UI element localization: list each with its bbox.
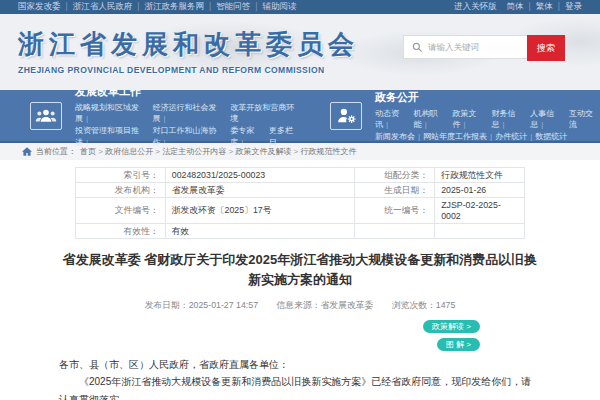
search-box: 搜索 (403, 35, 565, 59)
nav-link-annual-report[interactable]: 网站年度工作报表 (423, 131, 495, 143)
table-row: 索引号： 002482031/2025-00023 组配分类： 行政规范性文件 (76, 168, 525, 183)
article-paragraph: 《2025年浙江省推动大规模设备更新和消费品以旧换新实施方案》已经省政府同意，现… (59, 373, 541, 400)
link-simplified[interactable]: 简体 (507, 1, 536, 13)
nav-link-news[interactable]: 动态资讯 (375, 108, 414, 131)
nav-link-personnel-info[interactable]: 人事信息 (530, 108, 569, 131)
table-row: 有效性： 有效 (76, 224, 525, 239)
crumb-statutory-disclosure[interactable]: 法定主动公开内容 (162, 147, 235, 156)
meta-value-validity: 有效 (165, 224, 355, 239)
meta-label-agency: 发布机构： (76, 183, 166, 198)
info-source: 信息来源：省发展改革委 (277, 300, 374, 310)
meta-label-unified-number: 统一编号： (355, 198, 435, 224)
nav-link-press-conference[interactable]: 新闻发布会 (375, 131, 423, 143)
policy-interpretation-button[interactable]: 政策解读 > (423, 320, 480, 333)
nav-link-counterpart-work[interactable]: 对口工作和山海协作 (153, 125, 231, 148)
article-body: 各市、县（市、区）人民政府，省政府直属各单位： 《2025年浙江省推动大规模设备… (59, 356, 541, 400)
nav-link-case-statistics[interactable]: 办件统计 (495, 131, 535, 143)
table-row: 文件编号： 浙发改环资〔2025〕17号 统一编号： ZJSP-02-2025-… (76, 198, 525, 224)
meta-label-docnumber: 文件编号： (76, 198, 166, 224)
nav-section-gov-disclosure[interactable]: 政务公开 动态资讯 机构职能 政策文件 财务信息 人事信息 互动交流 新闻发布会… (300, 90, 600, 141)
search-button[interactable]: 搜索 (527, 35, 565, 61)
meta-label-category: 组配分类： (355, 168, 435, 183)
nav-title-gov-disclosure: 政务公开 (375, 90, 600, 105)
meta-label-index: 索引号： (76, 168, 166, 183)
person-gear-icon (330, 102, 362, 130)
nav-link-interaction[interactable]: 互动交流 (569, 108, 600, 131)
related-actions: 政策解读 > 图 解 > (0, 320, 600, 351)
link-traditional[interactable]: 繁体 (536, 1, 565, 13)
breadcrumb-prefix: 当前位置： (36, 146, 76, 157)
meta-label-date: 生成日期： (355, 183, 435, 198)
nav-link-reform-opening[interactable]: 改革开放和营商环境 (230, 102, 300, 125)
search-input[interactable] (428, 36, 528, 58)
article-info-line: 发布日期：2025-01-27 14:57 信息来源：省发展改革委 浏览次数：1… (0, 300, 600, 312)
site-subtitle: ZHEJIANG PROVINCIAL DEVELOPMENT AND REFO… (18, 65, 600, 75)
meta-value-agency: 省发展改革委 (165, 183, 355, 198)
topbar-left-links: 国家发改委 浙江省人民政府 浙江政务服务网 智能问答 辅助阅读 (18, 1, 296, 13)
meta-value-date: 2025-01-26 (435, 183, 525, 198)
meta-value-category: 行政规范性文件 (435, 168, 525, 183)
crumb-policy-docs[interactable]: 政策文件及解读 (235, 147, 300, 156)
nav-link-more-columns[interactable]: 更多栏目 (269, 125, 300, 148)
table-row: 发布机构： 省发展改革委 生成日期： 2025-01-26 (76, 183, 525, 198)
people-group-icon (30, 102, 62, 130)
home-icon (22, 147, 32, 156)
nav-link-financial-info[interactable]: 财务信息 (491, 108, 530, 131)
document-meta-table: 索引号： 002482031/2025-00023 组配分类： 行政规范性文件 … (75, 167, 525, 239)
site-banner: 浙江省发展和改革委员会 ZHEJIANG PROVINCIAL DEVELOPM… (0, 14, 600, 90)
link-zhejiang-service[interactable]: 浙江政务服务网 (144, 1, 216, 13)
search-icon (404, 36, 428, 58)
nav-link-data-statistics[interactable]: 数据统计 (535, 131, 567, 143)
meta-label-validity: 有效性： (76, 224, 166, 239)
crumb-gov-info[interactable]: 政府信息公开 (105, 147, 162, 156)
article-paragraph: 各市、县（市、区）人民政府，省政府直属各单位： (59, 356, 541, 373)
link-assist-reading[interactable]: 辅助阅读 (262, 1, 296, 13)
meta-value-unified-number: ZJSP-02-2025-0002 (435, 198, 525, 224)
link-care-version[interactable]: 进入关怀版 (454, 1, 497, 13)
nav-link-org-functions[interactable]: 机构职能 (414, 108, 453, 131)
top-utility-bar: 国家发改委 浙江省人民政府 浙江政务服务网 智能问答 辅助阅读 进入关怀版 简体… (0, 0, 600, 14)
link-login[interactable]: 登录 (565, 1, 582, 13)
nav-link-strategic-planning[interactable]: 战略规划和区域发展 (75, 102, 153, 125)
crumb-normative-docs[interactable]: 行政规范性文件 (301, 147, 357, 156)
graphic-interpretation-button[interactable]: 图 解 > (437, 338, 480, 351)
publish-date: 发布日期：2025-01-27 14:57 (145, 300, 258, 310)
crumb-home[interactable]: 首页 (80, 147, 105, 156)
breadcrumb: 当前位置：首页政府信息公开法定主动公开内容政策文件及解读行政规范性文件 (0, 143, 600, 160)
link-national-ndrc[interactable]: 国家发改委 (18, 1, 73, 13)
nav-link-economic-operation[interactable]: 经济运行和社会发展 (153, 102, 231, 125)
link-zhejiang-gov[interactable]: 浙江省人民政府 (73, 1, 145, 13)
page-title: 省发展改革委 省财政厅关于印发2025年浙江省推动大规模设备更新和消费品以旧换新… (60, 250, 540, 290)
nav-link-investment-management[interactable]: 投资管理和项目推进 (75, 125, 153, 148)
nav-link-expert-database[interactable]: 委专家库 (230, 125, 269, 148)
view-count: 浏览次数：1475 (392, 300, 456, 310)
main-navigation: 发展改革工作 战略规划和区域发展 经济运行和社会发展 改革开放和营商环境 投资管… (0, 90, 600, 143)
link-smart-qa[interactable]: 智能问答 (216, 1, 262, 13)
nav-link-policy-documents[interactable]: 政策文件 (453, 108, 492, 131)
meta-value-docnumber: 浙发改环资〔2025〕17号 (165, 198, 355, 224)
nav-section-development-reform[interactable]: 发展改革工作 战略规划和区域发展 经济运行和社会发展 改革开放和营商环境 投资管… (0, 90, 300, 141)
meta-value-index: 002482031/2025-00023 (165, 168, 355, 183)
